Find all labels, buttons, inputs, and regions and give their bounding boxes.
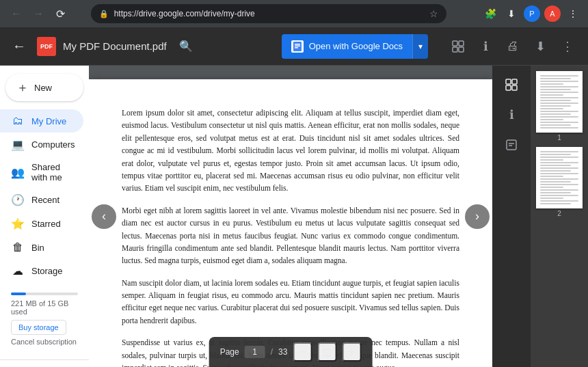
grid-view-icon[interactable] [446, 34, 470, 59]
svg-rect-8 [506, 79, 511, 84]
svg-rect-5 [459, 41, 464, 46]
storage-section: 221 MB of 15 GB used Buy storage Cancel … [0, 283, 89, 351]
lock-icon: 🔒 [99, 10, 109, 18]
sidebar-item-label: Storage [31, 266, 63, 276]
browser-toolbar-icons: 🧩 ⬇ P A ⋮ [483, 5, 581, 22]
open-with-dropdown-arrow[interactable]: ▾ [412, 34, 428, 59]
pdf-page: Lorem ipsum dolor sit amet, consectetur … [89, 79, 492, 367]
more-options-icon[interactable]: ⋮ [555, 34, 580, 59]
download-header-icon[interactable]: ⬇ [528, 34, 552, 59]
thumbnail-panel: 1 [531, 66, 588, 367]
star-icon[interactable]: ☆ [429, 8, 438, 19]
starred-icon: ⭐ [11, 217, 25, 230]
forward-button[interactable]: → [29, 4, 48, 23]
cancel-subscription-link[interactable]: Cancel subscription [11, 338, 78, 346]
buy-storage-button[interactable]: Buy storage [11, 320, 66, 335]
back-button[interactable]: ← [7, 4, 26, 23]
pdf-bottom-toolbar: Page / 33 − ⊡ + [209, 337, 373, 367]
sidebar-item-starred[interactable]: ⭐ Starred [0, 212, 83, 236]
sidebar-item-my-drive[interactable]: 🗂 My Drive [0, 109, 83, 133]
svg-rect-9 [512, 79, 517, 84]
search-icon[interactable]: 🔍 [179, 40, 193, 53]
annotation-panel-icon[interactable] [498, 131, 525, 159]
pdf-viewer-area: ‹ › Lorem ipsum dolor sit amet, consecte… [89, 66, 492, 367]
open-with-label: Open with Google Docs [309, 41, 403, 51]
extensions-icon[interactable]: 🧩 [483, 5, 499, 22]
bin-icon: 🗑 [11, 241, 25, 254]
zoom-in-button[interactable]: + [342, 342, 361, 362]
page-number-input[interactable] [245, 346, 265, 358]
prev-page-arrow[interactable]: ‹ [92, 204, 116, 229]
zoom-out-button[interactable]: − [293, 342, 312, 362]
docs-icon [291, 40, 304, 53]
app-header: ← PDF My PDF Document.pdf 🔍 Open with Go… [0, 27, 588, 66]
print-icon[interactable]: 🖨 [500, 34, 525, 59]
open-with-main[interactable]: Open with Google Docs [282, 35, 412, 58]
pdf-file-icon: PDF [37, 37, 56, 56]
browser-nav-buttons: ← → ⟳ [7, 4, 70, 23]
fit-button[interactable]: ⊡ [317, 342, 336, 362]
next-page-arrow[interactable]: › [465, 204, 490, 229]
new-button[interactable]: ＋ New [5, 74, 83, 101]
pdf-content: Lorem ipsum dolor sit amet, consectetur … [122, 107, 459, 367]
right-panel: ℹ [492, 66, 531, 367]
thumbnails-panel-icon[interactable] [498, 71, 525, 98]
new-label: New [34, 83, 52, 93]
sidebar-item-computers[interactable]: 💻 Computers [0, 133, 83, 157]
open-with-button[interactable]: Open with Google Docs ▾ [282, 34, 428, 59]
thumbnail-1[interactable]: 1 [536, 71, 583, 141]
thumb-label-2: 2 [536, 210, 583, 217]
svg-rect-6 [453, 47, 457, 52]
browser-chrome: ← → ⟳ 🔒 https://drive.google.com/drive/m… [0, 0, 588, 27]
sidebar-item-label: Recent [31, 195, 59, 205]
sidebar-item-label: Starred [31, 219, 61, 229]
main-content: ＋ New 🗂 My Drive 💻 Computers 👥 Shared wi… [0, 66, 588, 367]
sidebar-item-recent[interactable]: 🕐 Recent [0, 188, 83, 212]
sidebar-item-label: Shared with me [31, 162, 72, 182]
thumb-label-1: 1 [536, 134, 583, 141]
sidebar: ＋ New 🗂 My Drive 💻 Computers 👥 Shared wi… [0, 66, 89, 367]
download-icon[interactable]: ⬇ [503, 5, 520, 22]
app-back-button[interactable]: ← [8, 36, 30, 57]
reload-button[interactable]: ⟳ [51, 4, 70, 23]
url-text: https://drive.google.com/drive/my-drive [114, 9, 424, 18]
sidebar-item-label: Computers [31, 139, 75, 150]
page-label-text: Page [220, 347, 239, 357]
page-separator: / [271, 347, 273, 357]
sidebar-item-storage[interactable]: ☁ Storage [0, 259, 83, 283]
menu-icon[interactable]: ⋮ [565, 5, 581, 22]
my-drive-icon: 🗂 [11, 115, 25, 127]
file-title: My PDF Document.pdf [63, 40, 167, 52]
sidebar-item-shared[interactable]: 👥 Shared with me [0, 157, 83, 188]
storage-used-text: 221 MB of 15 GB used [11, 299, 78, 316]
storage-bar-fill [11, 293, 26, 295]
svg-rect-1 [295, 44, 300, 45]
pdf-para-3: Nam suscipit dolor diam, ut lacinia lore… [122, 277, 459, 327]
info-icon[interactable]: ℹ [473, 34, 498, 59]
header-right-icons: ℹ 🖨 ⬇ ⋮ [446, 34, 580, 59]
svg-rect-7 [459, 47, 464, 52]
sidebar-item-label: Bin [31, 243, 44, 253]
svg-rect-2 [295, 45, 300, 46]
get-drive-section: Get Drive for desktop Download Learn mor… [0, 359, 89, 367]
svg-rect-11 [512, 85, 517, 90]
info-panel-icon[interactable]: ℹ [498, 101, 525, 128]
svg-rect-3 [295, 47, 298, 49]
sidebar-item-bin[interactable]: 🗑 Bin [0, 236, 83, 259]
profile-avatar-blue[interactable]: P [524, 5, 540, 22]
storage-bar-bg [11, 293, 78, 295]
pdf-para-1: Lorem ipsum dolor sit amet, consectetur … [122, 107, 459, 195]
sidebar-item-label: My Drive [31, 116, 66, 126]
computers-icon: 💻 [11, 138, 25, 151]
new-plus-icon: ＋ [16, 79, 29, 96]
pdf-para-2: Morbi eget nibh at lorem sagittis laoree… [122, 204, 459, 267]
total-pages-text: 33 [278, 347, 287, 357]
shared-icon: 👥 [11, 166, 25, 179]
address-bar[interactable]: 🔒 https://drive.google.com/drive/my-driv… [91, 4, 446, 23]
pdf-page-container[interactable]: Lorem ipsum dolor sit amet, consectetur … [89, 66, 492, 367]
profile-avatar-red[interactable]: A [544, 5, 561, 22]
thumbnail-2[interactable]: 2 [536, 147, 583, 217]
storage-icon: ☁ [11, 264, 25, 277]
svg-rect-12 [507, 140, 516, 150]
svg-rect-4 [453, 41, 457, 46]
